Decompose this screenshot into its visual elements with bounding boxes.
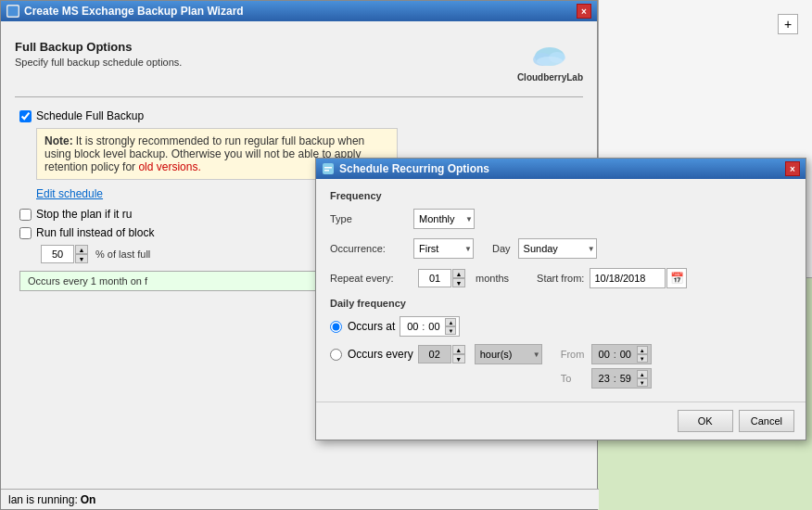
start-from-area: Start from: 📅 [537,268,687,288]
status-label: lan is running: [8,493,78,506]
to-hour[interactable] [595,373,614,384]
modal-title-bar: Schedule Recurring Options × [316,159,806,179]
from-time-wrap: : ▲ ▼ [591,344,652,364]
occurrence-label: Occurrence: [330,243,413,254]
modal-title-icon [322,162,335,175]
to-label: To [561,373,587,384]
modal-footer: OK Cancel [316,402,806,440]
from-min[interactable] [616,349,635,360]
occurs-every-down[interactable]: ▼ [452,354,465,363]
occurs-at-time-wrap: : ▲ ▼ [400,316,460,337]
modal-close-button[interactable]: × [785,161,800,176]
occurs-every-radio[interactable] [330,349,342,361]
repeat-down-arrow[interactable]: ▼ [452,278,465,287]
type-select[interactable]: Monthly Once Daily Weekly [413,209,475,229]
occurs-at-down[interactable]: ▼ [445,326,456,335]
status-bar: lan is running: On [1,489,599,509]
occurs-every-left: Occurs every ▲ ▼ hour(s) minute(s) [330,344,542,372]
page-subtitle: Specify full backup schedule options. [15,57,182,68]
from-down[interactable]: ▼ [637,354,648,363]
occurs-at-label: Occurs at [348,320,395,333]
percent-input[interactable] [41,245,74,263]
day-select[interactable]: Sunday Monday Tuesday Wednesday Thursday… [518,238,597,259]
repeat-input[interactable] [418,269,451,287]
note-red-text: old versions. [138,160,200,173]
modal-body: Frequency Type Monthly Once Daily Weekly… [316,179,806,402]
repeat-every-label: Repeat every: [330,273,413,284]
run-full-label: Run full instead of block [36,226,154,239]
repeat-row: Repeat every: ▲ ▼ months Start from: 📅 [330,268,792,288]
percent-down-arrow[interactable]: ▼ [75,254,88,263]
occurrence-select[interactable]: First Second Third Fourth Last [413,238,474,259]
stop-plan-checkbox[interactable] [19,209,32,221]
repeat-up-arrow[interactable]: ▲ [452,269,465,278]
schedule-checkbox-label: Schedule Full Backup [36,109,144,122]
occurs-every-spin: ▲ ▼ [452,345,465,363]
occurs-every-row: Occurs every ▲ ▼ hour(s) minute(s) [330,344,542,364]
daily-frequency-section: Daily frequency Occurs at : ▲ ▼ [330,298,792,392]
bg-header: Full Backup Options Specify full backup … [15,31,583,92]
from-hour[interactable] [595,349,614,360]
occurs-every-label: Occurs every [348,348,413,361]
start-from-input[interactable] [590,268,666,288]
to-row: To : ▲ ▼ [561,368,652,389]
percent-input-wrap: ▲ ▼ [41,245,88,263]
occurs-at-min[interactable] [425,321,443,332]
svg-point-4 [537,57,563,66]
occurrence-select-wrap: First Second Third Fourth Last ▼ [413,238,474,259]
to-min[interactable] [616,373,635,384]
type-select-wrap: Monthly Once Daily Weekly ▼ [413,209,475,229]
occurs-every-unit-select[interactable]: hour(s) minute(s) [475,344,542,364]
from-up[interactable]: ▲ [637,346,648,354]
repeat-input-wrap: ▲ ▼ [418,269,465,287]
to-up[interactable]: ▲ [637,370,648,378]
repeat-spin-arrows: ▲ ▼ [452,269,465,287]
logo-area: CloudberryLab [517,40,583,83]
logo-icon [529,40,571,72]
ok-button[interactable]: OK [678,410,733,432]
from-row: From : ▲ ▼ [561,344,652,364]
from-to-section: From : ▲ ▼ To [561,344,652,392]
schedule-checkbox[interactable] [19,110,32,122]
occurs-every-unit-wrap: hour(s) minute(s) ▼ [475,344,542,364]
occurs-at-spin: ▲ ▼ [445,318,456,335]
percent-spin-arrows: ▲ ▼ [75,245,88,263]
occurs-at-up[interactable]: ▲ [445,318,456,326]
bg-title-bar: Create MS Exchange Backup Plan Wizard × [1,1,597,21]
right-panel-inner: + [599,0,812,19]
type-label: Type [330,213,413,224]
start-from-label: Start from: [537,273,584,284]
calendar-button[interactable]: 📅 [666,268,687,288]
percent-suffix: % of last full [95,249,150,260]
page-title: Full Backup Options [15,40,182,54]
svg-rect-0 [7,6,18,16]
bg-close-button[interactable]: × [577,4,591,19]
logo-text: CloudberryLab [517,72,583,83]
run-full-checkbox[interactable] [19,227,32,239]
to-time-wrap: : ▲ ▼ [591,368,652,389]
type-field-row: Type Monthly Once Daily Weekly ▼ [330,209,792,229]
schedule-recurring-modal: Schedule Recurring Options × Frequency T… [315,158,806,440]
header-divider [15,96,583,97]
svg-rect-6 [324,167,332,169]
day-label: Day [492,243,511,254]
from-label: From [561,349,587,360]
to-down[interactable]: ▼ [637,378,648,387]
occurs-every-up[interactable]: ▲ [452,345,465,354]
status-value: On [81,493,96,506]
bg-title-icon [6,5,19,18]
bg-window-title: Create MS Exchange Backup Plan Wizard [24,5,244,18]
occurs-every-input[interactable] [418,345,451,363]
stop-plan-label: Stop the plan if it ru [36,208,132,221]
add-button[interactable]: + [778,14,798,34]
percent-up-arrow[interactable]: ▲ [75,245,88,254]
occurs-at-radio[interactable] [330,321,342,333]
cancel-button[interactable]: Cancel [739,410,794,432]
modal-title-text: Schedule Recurring Options [339,162,489,175]
frequency-section-label: Frequency [330,190,792,201]
occurs-every-section: Occurs every ▲ ▼ hour(s) minute(s) [330,344,792,392]
svg-rect-7 [324,170,329,172]
occurs-every-input-wrap: ▲ ▼ [418,345,465,363]
occurs-at-hour[interactable] [403,321,422,332]
header-text: Full Backup Options Specify full backup … [15,40,182,68]
